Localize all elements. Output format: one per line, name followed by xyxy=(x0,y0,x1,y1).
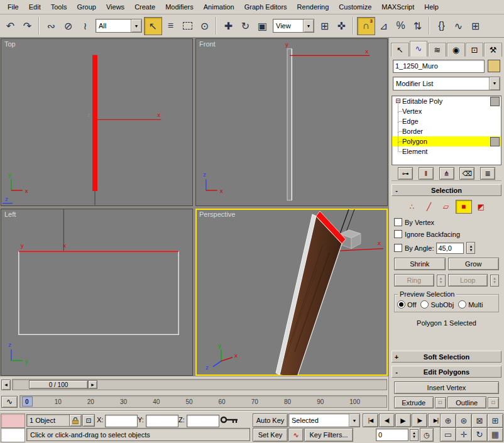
zoom-extents-all-icon[interactable]: ⊞ xyxy=(487,413,503,428)
zoom-icon[interactable]: ⊕ xyxy=(440,413,456,428)
menu-edit[interactable]: Edit xyxy=(24,1,46,13)
show-end-result-icon[interactable]: ‖ xyxy=(419,167,434,180)
modifier-list-dropdown[interactable]: Modifier List ▼ xyxy=(393,77,500,90)
open-mini-curve-editor-button[interactable]: ∿ xyxy=(1,396,18,408)
make-unique-icon[interactable]: ⋔ xyxy=(439,167,454,180)
loop-button[interactable]: Loop xyxy=(448,274,488,287)
region-zoom-icon[interactable]: ▭ xyxy=(440,427,456,442)
ignore-backfacing-checkbox[interactable] xyxy=(394,230,402,238)
wall-object-front-view[interactable] xyxy=(287,49,292,200)
tab-display[interactable]: ⊡ xyxy=(466,43,484,57)
percent-snap-icon[interactable]: % xyxy=(392,18,409,35)
insert-vertex-button[interactable]: Insert Vertex xyxy=(394,381,499,394)
angle-spinner[interactable]: ▴▾ xyxy=(466,242,475,254)
ring-spinner[interactable]: ▴▾ xyxy=(437,275,446,287)
viewport-top[interactable]: Top x z y x z xyxy=(1,38,193,206)
viewport-label[interactable]: Front xyxy=(199,40,216,48)
stack-item-vertex[interactable]: Vertex xyxy=(392,106,501,116)
previous-frame-button[interactable]: ◀| xyxy=(379,413,395,427)
vertex-subobject-icon[interactable]: ∴ xyxy=(405,200,420,213)
zoom-all-icon[interactable]: ⊛ xyxy=(456,413,472,428)
redo-icon[interactable]: ↷ xyxy=(19,18,36,35)
select-and-rotate-icon[interactable]: ↻ xyxy=(237,18,254,35)
preview-multi-radio[interactable] xyxy=(458,300,466,309)
macro-recorder-pane[interactable] xyxy=(1,413,25,428)
menu-modifiers[interactable]: Modifiers xyxy=(160,1,199,13)
edit-polygons-rollout-header[interactable]: - Edit Polygons xyxy=(392,366,501,378)
menu-file[interactable]: File xyxy=(3,1,24,13)
arc-rotate-icon[interactable]: ↻ xyxy=(471,427,488,442)
tab-hierarchy[interactable]: ≋ xyxy=(428,43,446,57)
selection-filter-dropdown[interactable]: All ▼ xyxy=(96,19,142,33)
menu-graph-editors[interactable]: Graph Editors xyxy=(239,1,292,13)
by-vertex-checkbox[interactable] xyxy=(394,218,402,226)
by-angle-checkbox[interactable] xyxy=(394,244,402,252)
stack-item-edge[interactable]: Edge xyxy=(392,116,501,126)
use-pivot-center-icon[interactable]: ⊞ xyxy=(316,18,333,35)
wall-object-left-view[interactable] xyxy=(19,251,178,334)
unlink-selection-icon[interactable]: ⊘ xyxy=(60,18,77,35)
viewport-label[interactable]: Top xyxy=(4,40,16,48)
selection-lock-toggle[interactable] xyxy=(69,414,82,427)
menu-tools[interactable]: Tools xyxy=(46,1,72,13)
extrude-settings-button[interactable]: □ xyxy=(435,397,446,408)
set-key-button[interactable]: Set Key xyxy=(253,428,288,442)
window-crossing-icon[interactable]: ⊙ xyxy=(196,18,213,35)
selection-rollout-header[interactable]: - Selection xyxy=(392,184,501,196)
select-and-link-icon[interactable]: ∾ xyxy=(43,18,60,35)
reference-coordinate-dropdown[interactable]: View ▼ xyxy=(273,19,314,33)
outline-button[interactable]: Outline xyxy=(447,397,487,408)
select-and-move-icon[interactable]: ✚ xyxy=(220,18,237,35)
soft-selection-rollout-header[interactable]: + Soft Selection xyxy=(392,351,501,363)
loop-spinner[interactable]: ▴▾ xyxy=(490,275,499,287)
shrink-button[interactable]: Shrink xyxy=(394,258,446,270)
tab-utilities[interactable]: ⚒ xyxy=(484,43,502,57)
menu-animation[interactable]: Animation xyxy=(199,1,239,13)
maxscript-listener-pane[interactable] xyxy=(1,428,25,442)
viewport-left[interactable]: Left y x z y xyxy=(1,209,193,376)
menu-views[interactable]: Views xyxy=(101,1,129,13)
stack-item-polygon[interactable]: Polygon xyxy=(392,136,501,146)
element-subobject-icon[interactable]: ◩ xyxy=(474,200,489,213)
current-frame-field[interactable] xyxy=(376,429,408,441)
menu-maxscript[interactable]: MAXScript xyxy=(376,1,419,13)
angle-value-field[interactable] xyxy=(436,243,464,254)
viewport-label[interactable]: Perspective xyxy=(199,211,235,218)
select-by-name-icon[interactable]: ≡ xyxy=(162,18,179,35)
grow-button[interactable]: Grow xyxy=(448,258,500,270)
polygon-subobject-icon[interactable]: ■ xyxy=(456,200,472,214)
time-slider-thumb[interactable]: 0 / 100 xyxy=(29,380,88,389)
default-tangents-button[interactable]: ∿ xyxy=(288,428,304,442)
preview-subobj-radio[interactable] xyxy=(420,300,429,309)
named-selection-sets-icon[interactable]: {} xyxy=(433,18,450,35)
stack-item-editable-poly[interactable]: ⊟ Editable Poly xyxy=(392,96,501,106)
tab-motion[interactable]: ◉ xyxy=(447,43,465,57)
track-bar-strip[interactable]: 0 10 20 30 40 50 60 70 80 90 100 xyxy=(19,395,387,408)
bind-to-spacewarp-icon[interactable]: ≀ xyxy=(77,18,94,35)
spinner-down-icon[interactable]: ▾ xyxy=(470,248,473,252)
outline-settings-button[interactable]: □ xyxy=(488,397,499,408)
preview-off-radio[interactable] xyxy=(397,300,405,309)
remove-modifier-icon[interactable]: ⌫ xyxy=(459,167,474,180)
chevron-down-icon[interactable]: ▼ xyxy=(131,19,141,32)
ring-button[interactable]: Ring xyxy=(394,274,434,287)
configure-modifier-sets-icon[interactable]: ≣ xyxy=(480,167,495,180)
tab-modify[interactable]: ∿ xyxy=(410,41,428,57)
select-and-manipulate-icon[interactable]: ✜ xyxy=(333,18,350,35)
chevron-down-icon[interactable]: ▼ xyxy=(349,414,359,427)
curve-editor-icon[interactable]: ∿ xyxy=(450,18,467,35)
menu-help[interactable]: Help xyxy=(419,1,444,13)
absolute-offset-toggle[interactable]: ⊡ xyxy=(82,414,95,427)
menu-create[interactable]: Create xyxy=(129,1,160,13)
z-coordinate-field[interactable] xyxy=(187,415,219,427)
spinner-snap-icon[interactable]: ⇅ xyxy=(409,18,426,35)
select-and-scale-icon[interactable]: ▣ xyxy=(254,18,271,35)
menu-group[interactable]: Group xyxy=(72,1,101,13)
time-slider-track[interactable]: 0 / 100 ▸ xyxy=(12,379,387,390)
chevron-down-icon[interactable]: ▼ xyxy=(303,19,314,32)
border-subobject-icon[interactable]: ▱ xyxy=(439,200,454,213)
stack-item-border[interactable]: Border xyxy=(392,126,501,136)
snaps-toggle-icon[interactable]: ∩3 xyxy=(357,17,375,35)
stack-icon-box[interactable] xyxy=(490,137,500,146)
menu-customize[interactable]: Customize xyxy=(334,1,376,13)
